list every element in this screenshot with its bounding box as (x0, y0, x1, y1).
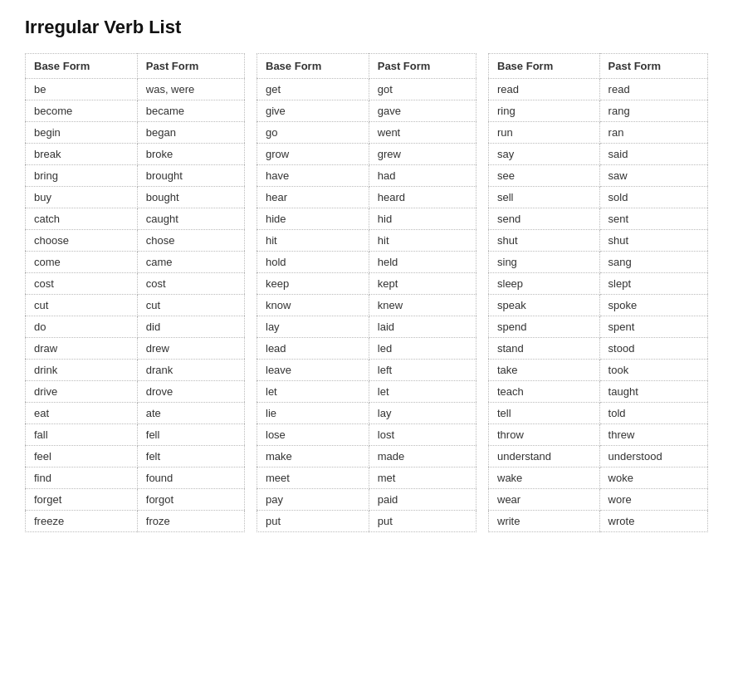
table-row: feelfelt (26, 446, 245, 467)
base-form-cell: hide (257, 208, 369, 230)
past-form-cell: read (599, 79, 707, 100)
base-form-cell: say (489, 144, 600, 165)
table-row: runran (489, 122, 708, 144)
table-row: bringbrought (26, 165, 245, 187)
table-row: shutshut (489, 230, 708, 252)
past-form-cell: heard (369, 187, 476, 208)
past-form-cell: sang (599, 252, 707, 273)
base-form-cell: hear (257, 187, 369, 208)
past-form-cell: spent (599, 316, 707, 338)
base-form-cell: get (257, 79, 369, 100)
table-row: taketook (489, 360, 708, 381)
past-form-cell: threw (599, 424, 707, 446)
base-form-cell: sell (489, 187, 600, 208)
base-form-cell: break (26, 144, 138, 165)
table-row: comecame (26, 252, 245, 273)
past-form-cell: kept (369, 273, 476, 295)
past-form-cell: became (137, 100, 244, 122)
past-form-cell: grew (369, 144, 476, 165)
table-row: forgetforgot (26, 489, 245, 511)
past-form-cell: fell (137, 424, 244, 446)
past-form-cell: brought (137, 165, 244, 187)
past-form-cell: saw (599, 165, 707, 187)
verb-table-2: Base FormPast Formgetgotgivegavegowentgr… (257, 53, 476, 532)
past-form-cell: did (137, 316, 244, 338)
past-form-cell: drank (137, 360, 244, 381)
base-form-cell: let (257, 381, 369, 403)
table-row: sleepslept (489, 273, 708, 295)
base-form-cell: leave (257, 360, 369, 381)
base-form-cell: know (257, 295, 369, 316)
past-form-cell: went (369, 122, 476, 144)
base-form-cell: read (489, 79, 600, 100)
table-row: cutcut (26, 295, 245, 316)
base-form-cell: lay (257, 316, 369, 338)
past-form-cell: told (599, 403, 707, 424)
column-header-base: Base Form (26, 54, 138, 79)
base-form-cell: go (257, 122, 369, 144)
base-form-cell: ring (489, 100, 600, 122)
table-row: ringrang (489, 100, 708, 122)
base-form-cell: pay (257, 489, 369, 511)
table-row: choosechose (26, 230, 245, 252)
table-row: singsang (489, 252, 708, 273)
past-form-cell: chose (137, 230, 244, 252)
base-form-cell: speak (489, 295, 600, 316)
past-form-cell: led (369, 338, 476, 360)
table-row: seesaw (489, 165, 708, 187)
column-header-past: Past Form (599, 54, 707, 79)
base-form-cell: become (26, 100, 138, 122)
past-form-cell: came (137, 252, 244, 273)
past-form-cell: rang (599, 100, 707, 122)
base-form-cell: spend (489, 316, 600, 338)
table-row: lielay (257, 403, 476, 424)
past-form-cell: caught (137, 208, 244, 230)
past-form-cell: knew (369, 295, 476, 316)
table-row: drivedrove (26, 381, 245, 403)
table-row: letlet (257, 381, 476, 403)
table-row: teachtaught (489, 381, 708, 403)
past-form-cell: wrote (599, 511, 707, 532)
table-row: writewrote (489, 511, 708, 532)
table-row: makemade (257, 446, 476, 467)
table-row: putput (257, 511, 476, 532)
base-form-cell: give (257, 100, 369, 122)
table-row: wakewoke (489, 467, 708, 489)
table-row: becomebecame (26, 100, 245, 122)
past-form-cell: said (599, 144, 707, 165)
base-form-cell: take (489, 360, 600, 381)
base-form-cell: hit (257, 230, 369, 252)
table-row: bewas, were (26, 79, 245, 100)
base-form-cell: sing (489, 252, 600, 273)
past-form-cell: lay (369, 403, 476, 424)
base-form-cell: catch (26, 208, 138, 230)
past-form-cell: sent (599, 208, 707, 230)
past-form-cell: spoke (599, 295, 707, 316)
past-form-cell: cut (137, 295, 244, 316)
base-form-cell: fall (26, 424, 138, 446)
table-row: findfound (26, 467, 245, 489)
table-row: holdheld (257, 252, 476, 273)
past-form-cell: sold (599, 187, 707, 208)
base-form-cell: choose (26, 230, 138, 252)
table-row: leaveleft (257, 360, 476, 381)
verb-table-3: Base FormPast Formreadreadringrangrunran… (488, 53, 708, 532)
past-form-cell: understood (599, 446, 707, 467)
past-form-cell: drew (137, 338, 244, 360)
table-row: keepkept (257, 273, 476, 295)
past-form-cell: had (369, 165, 476, 187)
base-form-cell: hold (257, 252, 369, 273)
base-form-cell: drink (26, 360, 138, 381)
base-form-cell: be (26, 79, 138, 100)
table-row: standstood (489, 338, 708, 360)
tables-container: Base FormPast Formbewas, werebecomebecam… (25, 53, 708, 532)
verb-table-1: Base FormPast Formbewas, werebecomebecam… (25, 53, 245, 532)
past-form-cell: shut (599, 230, 707, 252)
base-form-cell: have (257, 165, 369, 187)
base-form-cell: meet (257, 467, 369, 489)
base-form-cell: tell (489, 403, 600, 424)
table-row: havehad (257, 165, 476, 187)
table-row: freezefroze (26, 511, 245, 532)
past-form-cell: taught (599, 381, 707, 403)
past-form-cell: bought (137, 187, 244, 208)
